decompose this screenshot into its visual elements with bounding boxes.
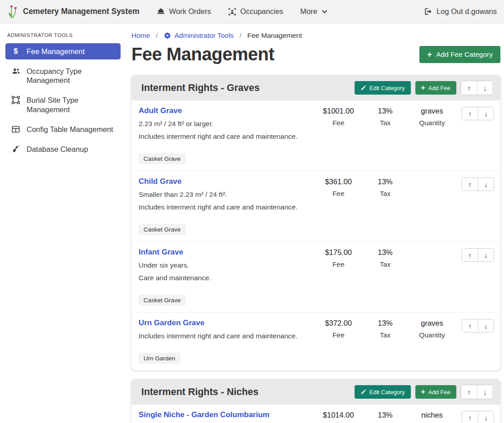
sidebar-item-label: Database Cleanup — [27, 145, 88, 154]
breadcrumb: Home / Administrator Tools / Fee Managem… — [131, 28, 500, 41]
category-actions: Edit Category+Add Fee↑↓ — [355, 81, 493, 95]
app-brand[interactable]: Cemetery Management System — [7, 5, 140, 19]
move-fee-up-button[interactable]: ↑ — [462, 107, 478, 120]
pencil-icon — [360, 85, 366, 91]
tax-label: Tax — [362, 190, 409, 198]
fee-row: Single Niche - Garden ColumbariumGarden … — [131, 405, 500, 423]
quantity-value: graves — [409, 107, 455, 115]
sidebar-item-config-table-management[interactable]: Config Table Management — [5, 121, 121, 137]
fee: $372.00Fee — [315, 318, 362, 339]
category-actions: Edit Category+Add Fee↑↓ — [355, 385, 493, 399]
category-title: Interment Rights - Niches — [141, 387, 355, 398]
quantity — [409, 177, 455, 177]
tax: 13%Tax — [362, 106, 409, 127]
hard-hat-icon — [157, 7, 165, 16]
edit-category-label: Edit Category — [369, 85, 405, 91]
move-fee-down-button[interactable]: ↓ — [478, 249, 494, 261]
move-fee-up-button[interactable]: ↑ — [462, 249, 478, 261]
move-fee-down-button[interactable]: ↓ — [478, 411, 494, 423]
move-category-down-button[interactable]: ↓ — [477, 385, 493, 399]
bounding-box-icon — [11, 96, 21, 104]
fee-value: $1014.00 — [315, 411, 362, 419]
occupancies-badge-icon — [228, 8, 236, 16]
fee-details: Adult Grave2.23 m² / 24 ft² or larger.In… — [139, 106, 315, 164]
fee-value: $1001.00 — [315, 107, 362, 115]
fee-description: Includes interment right and care and ma… — [139, 132, 311, 141]
fee-rows: Adult Grave2.23 m² / 24 ft² or larger.In… — [131, 100, 500, 370]
breadcrumb-home-link[interactable]: Home — [131, 32, 150, 40]
quantity-label: Quantity — [409, 119, 455, 127]
move-fee-down-button[interactable]: ↓ — [478, 178, 494, 191]
fee-name-link[interactable]: Infant Grave — [139, 248, 183, 257]
move-fee-up-button[interactable]: ↑ — [462, 178, 478, 191]
fee-description: Smaller than 2.23 m² / 24 ft². — [139, 191, 311, 199]
category-title: Interment Rights - Graves — [141, 82, 355, 94]
fee-name-link[interactable]: Adult Grave — [139, 106, 182, 115]
dollar-icon: $ — [11, 47, 21, 55]
quantity-label: Quantity — [409, 331, 455, 339]
move-fee-down-button[interactable]: ↓ — [478, 319, 494, 332]
fee-description: 2.23 m² / 24 ft² or larger. — [139, 120, 311, 128]
fee-rows: Single Niche - Garden ColumbariumGarden … — [131, 405, 500, 423]
move-category-up-button[interactable]: ↑ — [461, 81, 477, 95]
fee-name-link[interactable]: Single Niche - Garden Columbarium — [139, 410, 270, 419]
breadcrumb-separator: / — [239, 32, 241, 40]
people-icon — [11, 67, 21, 76]
move-category-up-button[interactable]: ↑ — [461, 385, 477, 399]
fee: $1014.00Fee — [315, 410, 362, 423]
fee-type-badge: Casket Grave — [139, 153, 186, 164]
nav-occupancies[interactable]: Occupancies — [228, 7, 283, 16]
fee-name-link[interactable]: Child Grave — [139, 177, 181, 186]
chevron-down-icon — [321, 9, 328, 15]
add-fee-button[interactable]: +Add Fee — [415, 81, 457, 95]
edit-category-button[interactable]: Edit Category — [355, 385, 411, 399]
sidebar-item-label: Occupancy Type Management — [27, 67, 115, 85]
broom-icon — [11, 145, 21, 154]
quantity: gravesQuantity — [409, 318, 455, 339]
fee-type-badge: Casket Grave — [139, 224, 186, 235]
nav-more[interactable]: More — [300, 7, 328, 16]
sidebar-item-label: Config Table Management — [27, 125, 113, 134]
sidebar-item-occupancy-type-management[interactable]: Occupancy Type Management — [5, 63, 121, 88]
breadcrumb-separator: / — [156, 32, 158, 40]
plus-icon: + — [421, 85, 425, 91]
quantity — [409, 248, 455, 248]
plus-icon: + — [427, 51, 432, 58]
main-content: Home / Administrator Tools / Fee Managem… — [125, 23, 504, 423]
fee-row: Infant GraveUnder six years.Care and mai… — [131, 242, 500, 313]
fee-label: Fee — [315, 331, 362, 339]
move-category-down-button[interactable]: ↓ — [477, 81, 493, 95]
fee: $361.00Fee — [315, 177, 362, 198]
tax: 13%Tax — [362, 318, 409, 339]
edit-category-label: Edit Category — [369, 389, 405, 396]
logout-button[interactable]: Log Out d.gowans — [424, 7, 497, 16]
fee-label: Fee — [315, 190, 362, 198]
sidebar-item-label: Fee Management — [27, 47, 85, 56]
tax-label: Tax — [362, 260, 409, 268]
page-title: Fee Management — [131, 44, 274, 64]
move-fee-up-button[interactable]: ↑ — [462, 411, 478, 423]
add-fee-category-button[interactable]: + Add Fee Category — [419, 46, 500, 63]
fee-name-link[interactable]: Urn Garden Grave — [139, 318, 204, 327]
nav-work-orders[interactable]: Work Orders — [157, 7, 211, 16]
plus-icon: + — [421, 389, 425, 395]
fee-details: Child GraveSmaller than 2.23 m² / 24 ft²… — [139, 177, 315, 235]
add-fee-button[interactable]: +Add Fee — [415, 385, 457, 399]
move-fee-up-button[interactable]: ↑ — [462, 319, 478, 332]
tax: 13%Tax — [362, 177, 409, 198]
fee-reorder-group: ↑↓ — [462, 107, 494, 120]
sidebar-item-burial-site-type-management[interactable]: Burial Site Type Management — [5, 92, 121, 117]
edit-category-button[interactable]: Edit Category — [355, 81, 411, 95]
breadcrumb-admin-tools-link[interactable]: Administrator Tools — [164, 32, 234, 40]
sidebar-item-database-cleanup[interactable]: Database Cleanup — [5, 141, 121, 157]
fee-reorder-group: ↑↓ — [462, 177, 494, 191]
category-header: Interment Rights - GravesEdit Category+A… — [131, 75, 500, 100]
move-fee-down-button[interactable]: ↓ — [478, 107, 494, 120]
pencil-icon — [360, 389, 366, 395]
add-fee-label: Add Fee — [428, 85, 450, 91]
quantity-value: graves — [409, 319, 455, 327]
log-out-icon — [424, 7, 432, 16]
tulip-logo-icon — [7, 5, 19, 19]
table-icon — [11, 125, 21, 133]
sidebar-item-fee-management[interactable]: $Fee Management — [5, 43, 121, 59]
